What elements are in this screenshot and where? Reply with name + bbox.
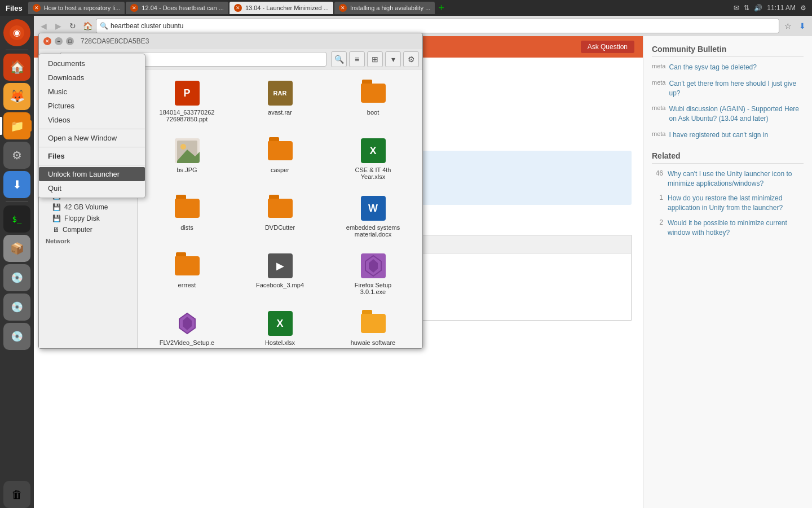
ctx-music[interactable]: Music bbox=[39, 85, 145, 99]
related-link-3[interactable]: Would it be possible to minimize current… bbox=[668, 218, 804, 238]
volume-icon[interactable]: 🔊 bbox=[754, 4, 762, 12]
related-link-1[interactable]: Why can't I use the Unity launcher icon … bbox=[668, 169, 804, 189]
svg-point-4 bbox=[180, 144, 186, 150]
launcher-item-disk3[interactable]: 💿 bbox=[3, 323, 30, 350]
launcher-ubuntu-button[interactable]: ◉ bbox=[3, 19, 30, 46]
window-maximize-button[interactable]: □ bbox=[66, 37, 74, 45]
transfer-icon[interactable]: ⇅ bbox=[744, 4, 749, 12]
bookmark-button[interactable]: ☆ bbox=[782, 20, 794, 32]
dvdcutter-folder-icon bbox=[267, 195, 294, 222]
active-indicator bbox=[29, 120, 32, 132]
files-window-title: 728CDA9E8CDA5BE3 bbox=[81, 37, 149, 45]
tab-close-2[interactable]: ✕ bbox=[130, 4, 138, 12]
ctx-unlock[interactable]: Unlock from Launcher bbox=[39, 167, 145, 181]
launcher-item-software[interactable]: 📦 bbox=[3, 235, 30, 262]
file-dists[interactable]: dists bbox=[143, 190, 231, 242]
unity-launcher: ◉ 🏠 🦊 📁 ⚙ ⬇ $_ 📦 💿 💿 💿 🗑 bbox=[0, 16, 34, 508]
rar-name: avast.rar bbox=[268, 109, 292, 116]
launcher-item-files[interactable]: 📁 bbox=[3, 112, 30, 139]
file-flv2video[interactable]: FLV2Video_Setup.exe bbox=[143, 305, 231, 348]
ctx-downloads[interactable]: Downloads bbox=[39, 71, 145, 85]
files-search-button[interactable]: 🔍 bbox=[331, 51, 347, 67]
files-device-computer[interactable]: 🖥 Computer bbox=[39, 224, 137, 235]
tab-close-1[interactable]: ✕ bbox=[33, 4, 41, 12]
ctx-quit[interactable]: Quit bbox=[39, 181, 145, 195]
floppy-label: Floppy Disk bbox=[64, 214, 100, 222]
hostel-name: Hostel.xlsx bbox=[265, 339, 295, 346]
file-ppt[interactable]: P 184014_633770262726987850.ppt bbox=[143, 75, 231, 127]
tab-2[interactable]: ✕ 12.04 - Does heartbeat can ... bbox=[126, 2, 228, 14]
launcher-item-trash[interactable]: 🗑 bbox=[3, 481, 30, 508]
files-sort-button[interactable]: ▾ bbox=[385, 51, 401, 67]
tab-label-3: 13.04 - Launcher Minimized ... bbox=[245, 5, 329, 11]
community-tag-4: meta bbox=[652, 130, 665, 140]
files-device-floppy[interactable]: 💾 Floppy Disk bbox=[39, 213, 137, 224]
window-close-button[interactable]: ✕ bbox=[43, 37, 51, 45]
tab-4[interactable]: ✕ Installing a high availability ... bbox=[334, 2, 435, 14]
ctx-documents[interactable]: Documents bbox=[39, 56, 145, 71]
file-rar[interactable]: RAR avast.rar bbox=[236, 75, 324, 127]
file-boot[interactable]: boot bbox=[329, 75, 417, 127]
download-nav-icon[interactable]: ⬇ bbox=[796, 20, 809, 32]
boot-name: boot bbox=[367, 109, 379, 116]
tab-close-3[interactable]: ✕ bbox=[234, 4, 242, 12]
network-section-header: Network bbox=[39, 235, 137, 246]
files-list-view-button[interactable]: ≡ bbox=[349, 51, 365, 67]
tab-3[interactable]: ✕ 13.04 - Launcher Minimized ... bbox=[230, 2, 333, 14]
launcher-item-settings[interactable]: ⚙ bbox=[3, 142, 30, 169]
launcher-item-terminal[interactable]: $_ bbox=[3, 205, 30, 233]
file-mp4[interactable]: ▶ Facebook_3.mp4 bbox=[236, 248, 324, 300]
file-casper[interactable]: casper bbox=[236, 133, 324, 185]
file-xlsx[interactable]: X CSE & IT 4th Year.xlsx bbox=[329, 133, 417, 185]
launcher-item-downloads[interactable]: ⬇ bbox=[3, 171, 30, 198]
file-jpg[interactable]: bs.JPG bbox=[143, 133, 231, 185]
ctx-videos[interactable]: Videos bbox=[39, 113, 145, 127]
home-nav-button[interactable]: 🏠 bbox=[81, 20, 94, 32]
ppt-name: 184014_633770262726987850.ppt bbox=[159, 109, 215, 122]
settings-icon[interactable]: ⚙ bbox=[800, 4, 806, 12]
community-item-4: meta I have registered but can't sign in bbox=[652, 130, 804, 140]
tab-label-4: Installing a high availability ... bbox=[350, 5, 430, 11]
forward-button[interactable]: ▶ bbox=[52, 20, 64, 32]
files-device-42gb[interactable]: 💾 42 GB Volume bbox=[39, 202, 137, 213]
launcher-item-disk2[interactable]: 💿 bbox=[3, 294, 30, 321]
launcher-item-disk1[interactable]: 💿 bbox=[3, 264, 30, 291]
files-settings-button[interactable]: ⚙ bbox=[403, 51, 419, 67]
related-link-2[interactable]: How do you restore the last minimized ap… bbox=[668, 194, 804, 213]
file-exe-firefox[interactable]: Firefox Setup 3.0.1.exe bbox=[329, 248, 417, 300]
refresh-button[interactable]: ↻ bbox=[67, 20, 79, 32]
community-link-4[interactable]: I have registered but can't sign in bbox=[669, 130, 768, 140]
files-grid-view-button[interactable]: ⊞ bbox=[367, 51, 383, 67]
community-link-3[interactable]: Wubi discussion (AGAIN) - Supported Here… bbox=[669, 104, 804, 124]
community-bulletin-section: Community Bulletin meta Can the sysv tag… bbox=[652, 45, 804, 140]
launcher-item-home[interactable]: 🏠 bbox=[3, 54, 30, 81]
tab-1[interactable]: ✕ How to host a repository li... bbox=[28, 2, 125, 14]
ctx-files: Files bbox=[39, 149, 145, 163]
community-tag-2: meta bbox=[652, 79, 665, 98]
firefox-exe-name: Firefox Setup 3.0.1.exe bbox=[345, 282, 401, 295]
community-link-1[interactable]: Can the sysv tag be deleted? bbox=[669, 63, 756, 72]
file-docx[interactable]: W embedded systems material.docx bbox=[329, 190, 417, 242]
browser-tabs: ✕ How to host a repository li... ✕ 12.04… bbox=[28, 2, 729, 14]
ask-question-button[interactable]: Ask Question bbox=[581, 41, 634, 53]
file-errrest[interactable]: errrest bbox=[143, 248, 231, 300]
file-huwaie[interactable]: huwaie software bbox=[329, 305, 417, 348]
related-section: Related 46 Why can't I use the Unity lau… bbox=[652, 151, 804, 238]
mail-icon[interactable]: ✉ bbox=[734, 4, 739, 12]
ctx-pictures[interactable]: Pictures bbox=[39, 99, 145, 113]
launcher-item-firefox[interactable]: 🦊 bbox=[3, 83, 30, 110]
ctx-new-window[interactable]: Open a New Window bbox=[39, 131, 145, 145]
docx-icon: W bbox=[360, 195, 387, 222]
window-minimize-button[interactable]: − bbox=[55, 37, 63, 45]
device-42gb-label: 42 GB Volume bbox=[64, 203, 108, 211]
ctx-sep-1 bbox=[39, 129, 145, 129]
file-hostel[interactable]: X Hostel.xlsx bbox=[236, 305, 324, 348]
file-dvdcutter[interactable]: DVDCutter bbox=[236, 190, 324, 242]
back-button[interactable]: ◀ bbox=[37, 20, 50, 32]
address-bar[interactable]: 🔍 heartbeat cluster ubuntu bbox=[96, 19, 779, 33]
new-tab-button[interactable]: + bbox=[438, 2, 444, 14]
community-link-2[interactable]: Can't get there from here should I just … bbox=[669, 79, 804, 98]
tab-close-4[interactable]: ✕ bbox=[339, 4, 347, 12]
firefox-exe-icon bbox=[360, 252, 387, 279]
casper-folder-icon bbox=[267, 137, 294, 164]
